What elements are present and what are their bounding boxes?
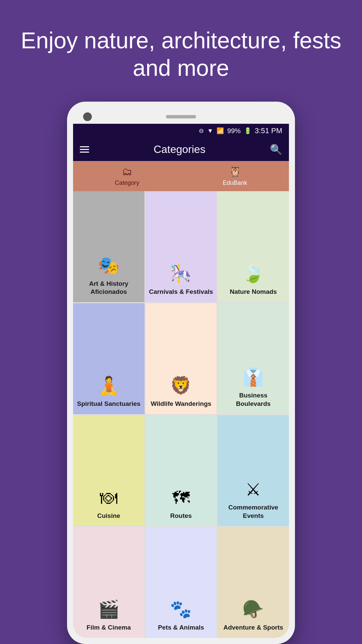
category-cell-art-history[interactable]: 🎭 Art & History Aficionados bbox=[73, 191, 144, 302]
cuisine-label: Cuisine bbox=[97, 512, 120, 520]
category-cell-wildlife[interactable]: 🦁 Wildlife Wanderings bbox=[145, 303, 217, 414]
battery-icon: 🔋 bbox=[244, 127, 251, 135]
category-cell-adventure[interactable]: 🪖 Adventure & Sports bbox=[218, 527, 289, 638]
phone-wrapper: ⊖ ▼ 📶 99% 🔋 3:51 PM Categories 🔍 🗂 Categ… bbox=[67, 102, 295, 644]
menu-button[interactable] bbox=[80, 146, 89, 153]
cuisine-icon: 🍽 bbox=[100, 488, 117, 508]
edubank-tab-icon: 🦉 bbox=[229, 166, 241, 177]
category-cell-commemorative[interactable]: ⚔ Commemorative Events bbox=[218, 415, 289, 526]
phone-inner: ⊖ ▼ 📶 99% 🔋 3:51 PM Categories 🔍 🗂 Categ… bbox=[73, 108, 289, 638]
film-label: Film & Cinema bbox=[86, 624, 131, 632]
art-history-label: Art & History Aficionados bbox=[76, 280, 141, 296]
routes-label: Routes bbox=[170, 512, 192, 520]
edubank-tab-label: EduBank bbox=[223, 179, 247, 186]
category-grid: 🎭 Art & History Aficionados 🎠 Carnivals … bbox=[73, 191, 289, 638]
nature-label: Nature Nomads bbox=[230, 288, 277, 296]
spiritual-label: Spiritual Sanctuaries bbox=[77, 400, 140, 408]
commemorative-icon: ⚔ bbox=[245, 479, 261, 499]
routes-icon: 🗺 bbox=[172, 488, 190, 508]
category-cell-cuisine[interactable]: 🍽 Cuisine bbox=[73, 415, 144, 526]
adventure-icon: 🪖 bbox=[242, 599, 264, 620]
tab-edubank[interactable]: 🦉 EduBank bbox=[181, 161, 289, 191]
signal-icon: 📶 bbox=[217, 127, 224, 135]
pets-icon: 🐾 bbox=[170, 599, 192, 620]
category-cell-spiritual[interactable]: 🧘 Spiritual Sanctuaries bbox=[73, 303, 144, 414]
category-cell-pets[interactable]: 🐾 Pets & Animals bbox=[145, 527, 217, 638]
category-cell-routes[interactable]: 🗺 Routes bbox=[145, 415, 217, 526]
search-button[interactable]: 🔍 bbox=[270, 144, 282, 155]
phone-top-bar bbox=[73, 108, 289, 124]
spiritual-icon: 🧘 bbox=[98, 375, 120, 396]
category-cell-film[interactable]: 🎬 Film & Cinema bbox=[73, 527, 144, 638]
business-icon: 👔 bbox=[242, 367, 264, 387]
category-tab-icon: 🗂 bbox=[122, 166, 132, 177]
app-toolbar: Categories 🔍 bbox=[73, 138, 289, 161]
wifi-icon: ▼ bbox=[207, 127, 213, 135]
wildlife-icon: 🦁 bbox=[170, 375, 192, 396]
art-history-icon: 🎭 bbox=[98, 255, 120, 276]
pets-label: Pets & Animals bbox=[158, 624, 204, 632]
film-icon: 🎬 bbox=[98, 599, 120, 620]
speaker bbox=[166, 115, 196, 118]
business-label: Business Boulevards bbox=[221, 391, 286, 408]
hero-text: Enjoy nature, architecture, fests and mo… bbox=[0, 0, 362, 102]
clock: 3:51 PM bbox=[255, 126, 282, 135]
camera bbox=[83, 112, 92, 121]
wildlife-label: Wildlife Wanderings bbox=[151, 400, 212, 408]
category-tab-label: Category bbox=[115, 179, 139, 186]
page-title: Categories bbox=[96, 143, 263, 156]
minus-icon: ⊖ bbox=[199, 127, 204, 135]
carnivals-label: Carnivals & Festivals bbox=[149, 288, 213, 296]
category-cell-carnivals[interactable]: 🎠 Carnivals & Festivals bbox=[145, 191, 217, 302]
tab-bar: 🗂 Category 🦉 EduBank bbox=[73, 161, 289, 191]
category-cell-business[interactable]: 👔 Business Boulevards bbox=[218, 303, 289, 414]
commemorative-label: Commemorative Events bbox=[221, 503, 286, 520]
category-cell-nature[interactable]: 🍃 Nature Nomads bbox=[218, 191, 289, 302]
tab-category[interactable]: 🗂 Category bbox=[73, 161, 181, 191]
hero-section: Enjoy nature, architecture, fests and mo… bbox=[0, 0, 362, 102]
status-bar: ⊖ ▼ 📶 99% 🔋 3:51 PM bbox=[73, 124, 289, 138]
battery-percent: 99% bbox=[227, 127, 241, 135]
carnivals-icon: 🎠 bbox=[170, 263, 192, 284]
nature-icon: 🍃 bbox=[242, 263, 264, 284]
adventure-label: Adventure & Sports bbox=[223, 624, 283, 632]
